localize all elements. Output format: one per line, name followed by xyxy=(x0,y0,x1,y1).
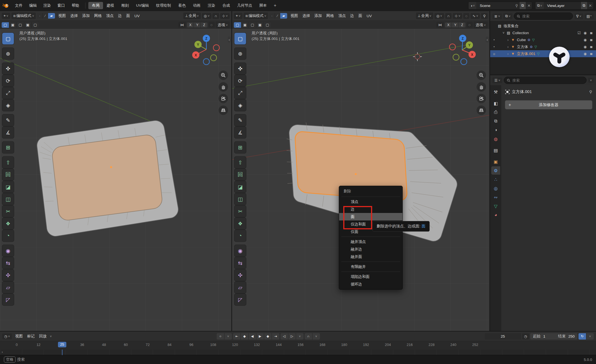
tool-rotate[interactable]: ⟳ xyxy=(2,75,14,87)
workspace-tab[interactable]: 建模 xyxy=(103,2,118,9)
snap-toggle[interactable]: ∩ xyxy=(445,13,452,19)
addon-logo-overlay[interactable] xyxy=(549,47,570,67)
tab-constraints[interactable]: ∾ xyxy=(491,193,500,201)
mode-dropdown[interactable]: ⧈编辑模式˅ xyxy=(244,12,268,19)
face-mode-button[interactable]: ▰ xyxy=(48,13,55,19)
sync-dropdown[interactable]: ˅ xyxy=(586,333,594,340)
app-menu-item[interactable]: 编辑 xyxy=(26,2,40,9)
tool-shrink-fatten[interactable]: ✣ xyxy=(234,269,246,281)
tab-output[interactable]: ⎙ xyxy=(491,108,500,116)
workspace-tab[interactable]: 纹理绘制 xyxy=(152,2,175,9)
camera-view-icon[interactable] xyxy=(477,94,486,103)
snap-dropdown[interactable]: ⊹˅ xyxy=(453,13,462,19)
visibility-eye-icon[interactable]: ◉ xyxy=(582,31,588,35)
filter-type-dropdown[interactable]: ⧉˅ xyxy=(503,13,512,19)
collection[interactable]: ˅ ▤ Collection ☑ ◉ ◙ xyxy=(490,29,596,36)
viewlayer-icon[interactable]: ⧉˅ xyxy=(535,2,544,9)
tool-measure[interactable]: ∡ xyxy=(234,127,246,138)
tool-bevel[interactable]: ◪ xyxy=(2,181,14,193)
properties-search[interactable] xyxy=(504,77,586,84)
display-mode-dropdown[interactable]: ≣˅ xyxy=(492,13,502,19)
current-frame-field[interactable]: 25 xyxy=(485,333,521,340)
scene-collection[interactable]: ▤ 场景集合 xyxy=(490,22,596,29)
viewport-menu-item[interactable]: 视图 xyxy=(56,12,68,19)
tool-extrude-region[interactable]: ⇧ xyxy=(234,157,246,168)
viewport-menu-item[interactable]: 添加 xyxy=(80,12,92,19)
viewport-menu-item[interactable]: UV xyxy=(364,13,374,19)
context-menu-item[interactable]: 塌陷边和面 xyxy=(339,273,402,280)
viewport-menu-item[interactable]: 边 xyxy=(116,12,124,19)
workspace-tab[interactable]: UV编辑 xyxy=(132,2,152,9)
zoom-icon[interactable] xyxy=(477,71,486,80)
workspace-tab[interactable]: 布局 xyxy=(88,2,103,9)
viewport-menu-item[interactable]: 选择 xyxy=(300,12,312,19)
object-cube-001[interactable]: ⧈ › ▼ 立方体.001 ▽ ◉ ◙ xyxy=(490,50,596,57)
workspace-tab[interactable]: 雕刻 xyxy=(118,2,132,9)
timeline-ruler[interactable]: 25 0123648607284961081201321441561681801… xyxy=(0,341,596,350)
editor-type-button[interactable]: ☰˅ xyxy=(492,77,502,83)
falloff-icon[interactable]: ◌ xyxy=(467,22,473,28)
add-modifier-button[interactable]: + 添加修改器 xyxy=(505,101,592,109)
select-new-button[interactable]: ▢ xyxy=(234,22,241,28)
tool-smooth[interactable]: ◉ xyxy=(2,245,14,257)
visibility-eye-icon[interactable]: ◉ xyxy=(582,45,588,49)
zoom-icon[interactable] xyxy=(219,71,228,80)
proportional-edit-toggle[interactable]: ◌ xyxy=(463,13,469,19)
select-subtract-button[interactable]: ▢ xyxy=(249,22,256,28)
tool-extrude-region[interactable]: ⇧ xyxy=(2,157,14,168)
expand-arrow[interactable]: › xyxy=(506,52,510,56)
tab-scene[interactable]: ◑ xyxy=(491,126,500,134)
viewport-menu-item[interactable]: 面 xyxy=(356,12,365,19)
editor-type-button[interactable]: ⌖˅ xyxy=(234,13,242,19)
mirror-axis-button[interactable]: Z xyxy=(201,22,207,27)
copy-icon[interactable]: ⧉ xyxy=(581,2,587,9)
tab-collection[interactable]: ▤ xyxy=(491,146,500,154)
render-camera-icon[interactable]: ◙ xyxy=(588,45,594,49)
select-subtract-button[interactable]: ▢ xyxy=(17,22,24,28)
prev-keyframe[interactable]: ◆ xyxy=(241,333,248,340)
navigation-gizmo[interactable]: Z Y X xyxy=(445,32,482,68)
scene-name[interactable]: Scene xyxy=(476,4,514,8)
falloff-icon[interactable]: ◌ xyxy=(209,22,215,28)
edge-mode-button[interactable]: ∕ xyxy=(43,13,48,19)
context-menu-item[interactable]: 循环边 xyxy=(339,280,402,288)
visibility-eye-icon[interactable]: ◉ xyxy=(582,52,588,56)
viewport-menu-item[interactable]: 顶点 xyxy=(336,12,348,19)
context-menu-item[interactable]: 融并顶点 xyxy=(339,238,402,245)
pin-icon[interactable]: ⚲ xyxy=(589,90,592,94)
tool-add-cube[interactable]: ⊞ xyxy=(234,142,246,153)
viewport-menu-item[interactable]: 网格 xyxy=(324,12,336,19)
mirror-axis-button[interactable]: Y xyxy=(194,22,201,27)
tool-rip-region[interactable]: ◸ xyxy=(234,294,246,305)
orientation-dropdown[interactable]: ⟂全局˅ xyxy=(183,12,201,19)
context-menu-item[interactable]: 顶点 xyxy=(339,198,402,205)
object-cube[interactable]: • › ▼ Cube ⚙ ▽ ◉ ◙ xyxy=(490,36,596,43)
options-dropdown[interactable]: 选项˅ xyxy=(474,22,488,28)
viewport-menu-item[interactable]: 面 xyxy=(124,12,132,19)
close-icon[interactable]: ✕ xyxy=(587,3,594,8)
tab-particles[interactable]: ∴ xyxy=(491,175,500,184)
tool-spin[interactable]: ◔ xyxy=(2,230,14,242)
vertex-mode-button[interactable]: ∙ xyxy=(37,13,42,19)
app-menu-item[interactable]: 文件 xyxy=(12,2,26,9)
step-back-button[interactable]: ◁ xyxy=(281,333,288,340)
workspace-tab[interactable]: 几何节点 xyxy=(234,2,256,9)
tab-view-layer[interactable]: ⧉ xyxy=(491,117,500,125)
select-new-button[interactable]: ▢ xyxy=(2,22,9,28)
context-menu-item[interactable]: 融并面 xyxy=(339,253,402,260)
select-extend-button[interactable]: ▣ xyxy=(241,22,249,28)
camera-view-icon[interactable] xyxy=(219,94,228,103)
tool-scale[interactable]: ⤢ xyxy=(2,87,14,99)
expand-arrow[interactable]: ˅ xyxy=(501,31,506,35)
viewport-menu-item[interactable]: UV xyxy=(132,13,142,19)
step-dropdown[interactable]: ˅ xyxy=(296,333,304,340)
edge-mode-button[interactable]: ∕ xyxy=(275,13,280,19)
pin-icon[interactable]: ⚲ xyxy=(514,3,520,8)
tab-tool[interactable]: ⚒ xyxy=(491,88,500,96)
tool-knife[interactable]: ✂ xyxy=(234,205,246,217)
mirror-icon[interactable]: ⋈ xyxy=(178,22,186,28)
tool-move[interactable]: ✜ xyxy=(234,63,246,74)
end-frame-value[interactable]: 250 xyxy=(568,334,575,338)
tool-shear[interactable]: ▱ xyxy=(2,282,14,293)
falloff-dropdown[interactable]: ∿˅ xyxy=(470,13,480,19)
